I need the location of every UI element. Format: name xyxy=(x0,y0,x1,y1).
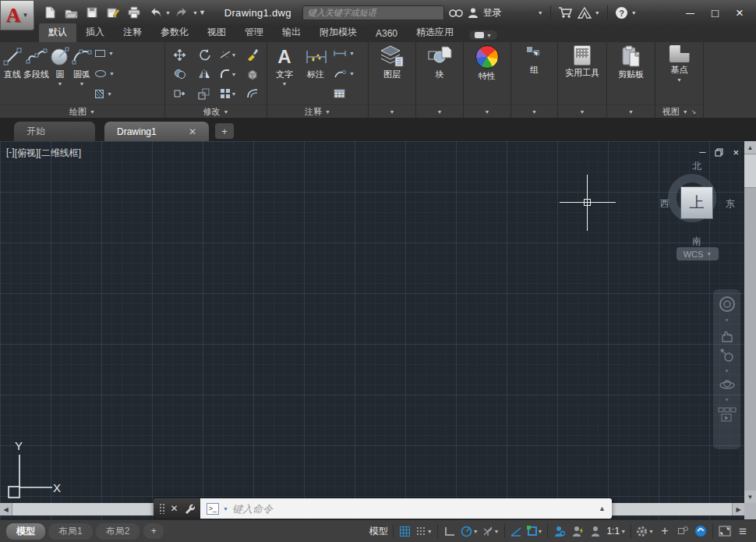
table-button[interactable] xyxy=(334,87,355,101)
linear-dimension-dropdown[interactable]: ▼ xyxy=(349,51,355,56)
copy-button[interactable] xyxy=(168,65,192,84)
ribbon-tab-output[interactable]: 输出 xyxy=(273,23,310,42)
layout-tab-layout1[interactable]: 布局1 xyxy=(48,523,93,540)
mirror-button[interactable] xyxy=(192,65,216,84)
command-history-toggle[interactable]: ▲ xyxy=(599,505,606,512)
new-drawing-tab-button[interactable]: + xyxy=(215,123,234,139)
ribbon-tab-default[interactable]: 默认 xyxy=(39,23,76,42)
polyline-button[interactable]: 多段线 xyxy=(23,44,49,105)
ribbon-tab-a360[interactable]: A360 xyxy=(366,26,407,42)
scroll-left-arrow[interactable]: ◀ xyxy=(0,503,12,515)
ortho-toggle[interactable] xyxy=(441,523,458,540)
pan-hand-icon[interactable] xyxy=(719,328,735,343)
application-menu-button[interactable]: A ▼ xyxy=(0,0,34,30)
drawing-minimize-button[interactable]: ─ xyxy=(700,148,706,157)
ribbon-tab-insert[interactable]: 插入 xyxy=(76,23,114,42)
plot-button[interactable] xyxy=(125,3,143,22)
annotation-monitor-toggle[interactable]: + xyxy=(656,523,673,540)
annotation-autoscale-toggle[interactable] xyxy=(569,523,586,540)
file-tab-drawing1[interactable]: Drawing1 ✕ xyxy=(104,122,209,141)
array-button[interactable]: ▼ xyxy=(216,84,240,104)
viewcube-top-face[interactable]: 上 xyxy=(680,186,713,219)
polar-dropdown[interactable]: ▼ xyxy=(473,529,479,534)
undo-dropdown[interactable]: ▼ xyxy=(165,10,171,16)
circle-dropdown[interactable]: ▼ xyxy=(58,81,63,87)
scale-button[interactable] xyxy=(192,84,216,104)
viewport-menu-control[interactable]: [-] xyxy=(6,147,15,160)
ribbon-tab-featured-apps[interactable]: 精选应用 xyxy=(407,23,463,42)
base-point-button[interactable]: 基点 ▼ xyxy=(655,42,703,105)
show-motion-icon[interactable] xyxy=(718,407,737,423)
new-layout-button[interactable]: + xyxy=(143,523,164,539)
layout-tab-layout2[interactable]: 布局2 xyxy=(96,523,140,540)
drawing-restore-button[interactable] xyxy=(715,148,723,157)
arc-button[interactable]: 圆弧 ▼ xyxy=(71,44,93,105)
app-store-cart-icon[interactable] xyxy=(558,6,573,19)
ribbon-tab-addins[interactable]: 附加模块 xyxy=(310,23,366,42)
panel-utilities-expander[interactable]: ▼ xyxy=(558,105,606,118)
isometric-drafting-toggle[interactable]: ▼ xyxy=(481,523,501,540)
command-input-field[interactable]: >_ ▼ ▲ xyxy=(200,498,612,519)
compass-south[interactable]: 南 xyxy=(692,235,701,248)
close-tab-icon[interactable]: ✕ xyxy=(189,126,196,137)
ribbon-display-toggle[interactable]: ▼ xyxy=(469,30,497,40)
fillet-dropdown[interactable]: ▼ xyxy=(231,72,237,77)
annotation-scale-button[interactable]: 1:1 ▼ xyxy=(605,523,627,540)
orbit-icon[interactable] xyxy=(719,378,736,392)
object-snap-toggle[interactable]: ▼ xyxy=(526,523,545,540)
trim-dropdown[interactable]: ▼ xyxy=(231,52,237,58)
workspace-switch-button[interactable]: ▼ xyxy=(634,523,655,540)
search-binoculars-icon[interactable] xyxy=(449,7,463,18)
customization-button[interactable]: ≡ xyxy=(734,523,751,540)
text-dropdown[interactable]: ▼ xyxy=(282,81,288,87)
wheel-dropdown[interactable]: ▼ xyxy=(724,317,730,323)
rectangle-dropdown[interactable]: ▼ xyxy=(108,51,114,56)
redo-dropdown[interactable]: ▼ xyxy=(193,10,198,16)
maximize-button[interactable]: □ xyxy=(712,7,719,19)
utilities-button[interactable]: 实用工具 xyxy=(558,42,606,105)
command-bar-handle[interactable]: ✕ xyxy=(154,498,200,519)
sign-in-button[interactable]: 登录 xyxy=(483,6,502,19)
grid-toggle[interactable] xyxy=(397,523,414,540)
group-button[interactable]: 组 xyxy=(511,42,557,105)
ellipse-button[interactable]: ▼ xyxy=(95,66,115,80)
model-space-toggle[interactable]: 模型 xyxy=(368,523,390,540)
leader-button[interactable]: ▼ xyxy=(334,66,355,80)
zoom-dropdown[interactable]: ▼ xyxy=(724,368,730,374)
qat-customize-button[interactable]: ▼ xyxy=(199,9,206,16)
scroll-right-arrow[interactable]: ▶ xyxy=(733,503,744,515)
undo-button[interactable] xyxy=(146,3,164,22)
text-button[interactable]: A 文字 ▼ xyxy=(269,44,300,105)
orbit-dropdown[interactable]: ▼ xyxy=(724,397,730,402)
ribbon-tab-manage[interactable]: 管理 xyxy=(235,23,273,42)
ellipse-dropdown[interactable]: ▼ xyxy=(109,71,115,76)
wcs-menu-button[interactable]: WCS ▼ xyxy=(677,247,719,260)
iso-dropdown[interactable]: ▼ xyxy=(494,529,500,534)
panel-view-title[interactable]: 视图 ▼ ↘ xyxy=(655,105,703,118)
rectangle-button[interactable]: ▼ xyxy=(95,46,115,60)
panel-clipboard-expander[interactable]: ▼ xyxy=(607,105,655,118)
polar-tracking-toggle[interactable]: ▼ xyxy=(459,523,480,540)
panel-properties-expander[interactable]: ▼ xyxy=(464,105,510,118)
viewport-view-control[interactable]: [俯视] xyxy=(15,147,39,160)
linear-dimension-button[interactable]: ▼ xyxy=(334,46,355,60)
minimize-button[interactable]: ─ xyxy=(686,7,694,19)
quick-properties-toggle[interactable] xyxy=(674,523,691,540)
compass-west[interactable]: 西 xyxy=(660,197,669,211)
dialog-launcher-icon[interactable]: ↘ xyxy=(691,108,697,115)
new-file-button[interactable] xyxy=(41,3,59,22)
a360-dropdown[interactable]: ▼ xyxy=(595,10,600,16)
arc-dropdown[interactable]: ▼ xyxy=(79,81,85,87)
object-snap-tracking-toggle[interactable] xyxy=(508,523,525,540)
hardware-acceleration-toggle[interactable] xyxy=(692,523,709,540)
line-button[interactable]: 直线 xyxy=(2,44,23,105)
osnap-dropdown[interactable]: ▼ xyxy=(538,529,543,534)
snap-dropdown[interactable]: ▼ xyxy=(427,529,433,534)
recent-commands-dropdown[interactable]: ▼ xyxy=(223,506,228,512)
move-button[interactable] xyxy=(168,45,192,65)
rotate-button[interactable] xyxy=(192,45,216,65)
erase-button[interactable] xyxy=(240,45,264,65)
a360-icon[interactable] xyxy=(578,7,592,19)
redo-button[interactable] xyxy=(173,3,192,22)
viewport-style-control[interactable]: [二维线框] xyxy=(38,147,81,160)
